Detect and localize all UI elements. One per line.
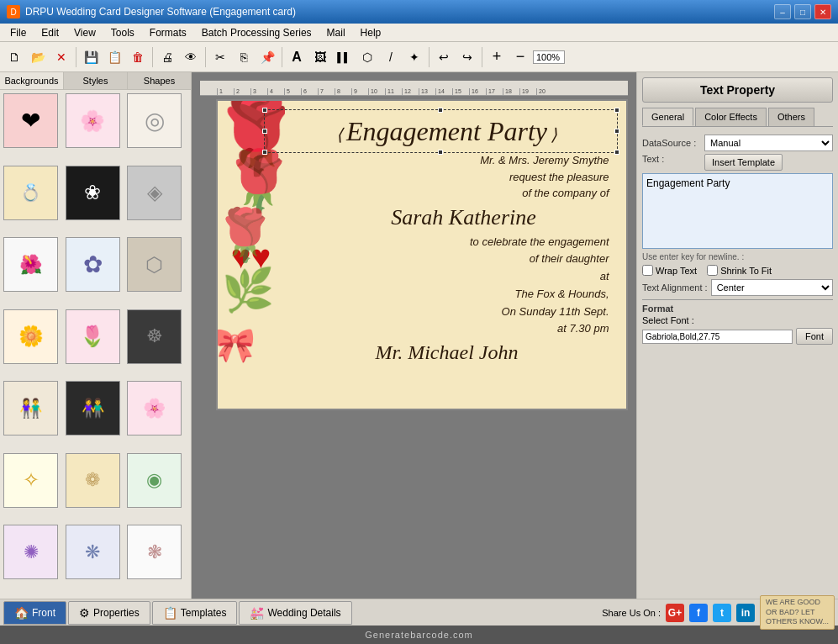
share-label: Share Us On :: [602, 608, 661, 618]
bg-thumb-5[interactable]: ❀: [66, 166, 120, 220]
menu-view[interactable]: View: [67, 25, 103, 40]
tab-general[interactable]: General: [642, 108, 693, 126]
save-button[interactable]: 💾: [80, 46, 102, 68]
bg-thumb-21[interactable]: ❃: [127, 525, 182, 579]
bg-thumb-19[interactable]: ✺: [3, 525, 58, 579]
copy-button[interactable]: ⎘: [233, 46, 255, 68]
font-input[interactable]: [642, 330, 793, 344]
text-row: Text : Insert Template: [642, 154, 833, 171]
insert-template-button[interactable]: Insert Template: [704, 154, 783, 171]
minimize-button[interactable]: –: [774, 4, 791, 19]
bg-thumb-17[interactable]: ❁: [66, 453, 120, 508]
menu-batch-processing[interactable]: Batch Processing Series: [195, 25, 319, 40]
tick: 17: [486, 88, 503, 95]
delete-button[interactable]: 🗑: [127, 46, 149, 68]
cut-button[interactable]: ✂: [209, 46, 231, 68]
tab-shapes[interactable]: Shapes: [128, 72, 191, 89]
social-google[interactable]: G+: [666, 604, 684, 622]
close-doc-button[interactable]: ✕: [50, 46, 72, 68]
tab-styles[interactable]: Styles: [64, 72, 128, 89]
text-button[interactable]: A: [286, 46, 308, 68]
bg-thumb-4[interactable]: 💍: [3, 166, 58, 220]
maximize-button[interactable]: □: [794, 4, 811, 19]
tab-templates[interactable]: 📋 Templates: [152, 601, 238, 625]
stamp-button[interactable]: ✦: [403, 46, 425, 68]
bg-thumb-2[interactable]: 🌸: [66, 93, 120, 148]
card-canvas[interactable]: 🌹 🌹 🌹 🌿 🎀 En: [216, 99, 628, 410]
shrink-fit-label: Shrink To Fit: [720, 266, 772, 276]
paste-button[interactable]: 📌: [256, 46, 278, 68]
bg-thumb-14[interactable]: 👫: [66, 381, 120, 435]
line-button[interactable]: /: [380, 46, 402, 68]
bg-thumb-3[interactable]: ◎: [127, 93, 182, 148]
zoom-input[interactable]: [533, 50, 565, 64]
tick: 19: [519, 88, 536, 95]
handle-bl[interactable]: [262, 150, 267, 155]
canvas-area: 1 2 3 4 5 6 7 8 9 10 11 12 13 14 15 16 1…: [192, 72, 636, 599]
barcode-button[interactable]: ▌▌: [333, 46, 355, 68]
handle-bm[interactable]: [438, 150, 443, 155]
datasource-select[interactable]: Manual Excel CSV: [704, 135, 833, 151]
tab-front-label: Front: [32, 607, 55, 619]
bg-thumb-7[interactable]: 🌺: [3, 237, 58, 292]
menu-help[interactable]: Help: [354, 25, 388, 40]
wrap-text-checkbox[interactable]: [642, 265, 653, 276]
image-button[interactable]: 🖼: [309, 46, 331, 68]
tab-front[interactable]: 🏠 Front: [3, 601, 66, 625]
bg-thumb-8[interactable]: ✿: [66, 237, 120, 292]
redo-button[interactable]: ↪: [456, 46, 478, 68]
bg-thumb-1[interactable]: ❤: [3, 93, 58, 148]
menu-file[interactable]: File: [3, 25, 33, 40]
close-button[interactable]: ✕: [814, 4, 831, 19]
general-tab-content: DataSource : Manual Excel CSV Text : Ins…: [642, 132, 833, 347]
tick: 4: [267, 88, 284, 95]
bg-thumb-6[interactable]: ◈: [127, 166, 182, 220]
social-linkedin[interactable]: in: [736, 604, 755, 622]
bottombar: 🏠 Front ⚙ Properties 📋 Templates 💒 Weddi…: [0, 599, 838, 626]
menu-tools[interactable]: Tools: [104, 25, 141, 40]
tick: 12: [402, 88, 419, 95]
social-twitter[interactable]: t: [713, 604, 731, 622]
bg-thumb-13[interactable]: 👫: [3, 381, 58, 435]
tab-wedding-details[interactable]: 💒 Wedding Details: [239, 601, 351, 625]
tab-templates-label: Templates: [181, 607, 227, 619]
text-textarea[interactable]: [642, 173, 833, 249]
handle-br[interactable]: [614, 150, 619, 155]
tick: 9: [351, 88, 368, 95]
bg-thumb-15[interactable]: 🌸: [127, 381, 182, 435]
tab-others[interactable]: Others: [768, 108, 814, 126]
bg-thumb-12[interactable]: ☸: [127, 309, 182, 364]
card-line3: of the company of: [522, 187, 609, 199]
shape-button[interactable]: ⬡: [356, 46, 378, 68]
alignment-select[interactable]: Left Center Right Justify: [711, 279, 833, 296]
menu-mail[interactable]: Mail: [320, 25, 352, 40]
tab-properties[interactable]: ⚙ Properties: [68, 601, 150, 625]
wrap-text-label: Wrap Text: [656, 266, 697, 276]
open-button[interactable]: 📂: [27, 46, 49, 68]
shrink-fit-checkbox[interactable]: [707, 265, 718, 276]
undo-button[interactable]: ↩: [433, 46, 455, 68]
preview-button[interactable]: 👁: [180, 46, 202, 68]
zoom-in-button[interactable]: +: [486, 46, 508, 68]
bg-thumb-20[interactable]: ❋: [66, 525, 120, 579]
font-button[interactable]: Font: [796, 328, 833, 345]
bg-thumb-18[interactable]: ◉: [127, 453, 182, 508]
print-button[interactable]: 🖨: [156, 46, 178, 68]
tab-color-effects[interactable]: Color Effects: [695, 108, 767, 126]
tick: 14: [435, 88, 452, 95]
zoom-out-button[interactable]: −: [509, 46, 531, 68]
new-button[interactable]: 🗋: [3, 46, 25, 68]
menu-edit[interactable]: Edit: [34, 25, 66, 40]
floral-decoration4: 🌿: [222, 269, 274, 311]
bg-thumb-16[interactable]: ✧: [3, 453, 58, 508]
bg-thumb-9[interactable]: ⬡: [127, 237, 182, 292]
bg-thumb-11[interactable]: 🌷: [66, 309, 120, 364]
menu-formats[interactable]: Formats: [143, 25, 193, 40]
ruler-horizontal: 1 2 3 4 5 6 7 8 9 10 11 12 13 14 15 16 1…: [200, 81, 628, 96]
card-title[interactable]: Engagement Party: [218, 101, 626, 147]
bg-thumb-10[interactable]: 🌼: [3, 309, 58, 364]
right-panel: Text Property General Color Effects Othe…: [636, 72, 838, 599]
tab-backgrounds[interactable]: Backgrounds: [0, 72, 64, 89]
save-as-button[interactable]: 📋: [103, 46, 125, 68]
social-facebook[interactable]: f: [689, 604, 708, 622]
